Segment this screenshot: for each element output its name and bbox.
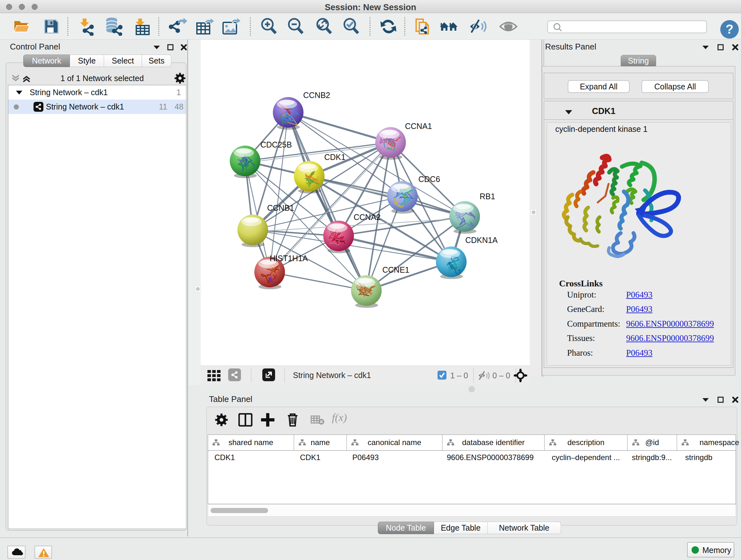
svg-text:CDC25B: CDC25B	[260, 140, 292, 149]
svg-text:CDKN1A: CDKN1A	[465, 236, 498, 245]
svg-text:CDK1: CDK1	[324, 152, 346, 162]
svg-text:CCNE1: CCNE1	[382, 265, 409, 274]
svg-text:HIST1H1A: HIST1H1A	[270, 254, 308, 263]
svg-text:CDC6: CDC6	[418, 175, 440, 184]
svg-text:CCNB2: CCNB2	[303, 91, 330, 100]
svg-text:CCNA2: CCNA2	[354, 212, 381, 222]
svg-text:CCNB1: CCNB1	[267, 203, 294, 212]
svg-text:RB1: RB1	[480, 192, 495, 201]
svg-text:CCNA1: CCNA1	[405, 122, 432, 131]
